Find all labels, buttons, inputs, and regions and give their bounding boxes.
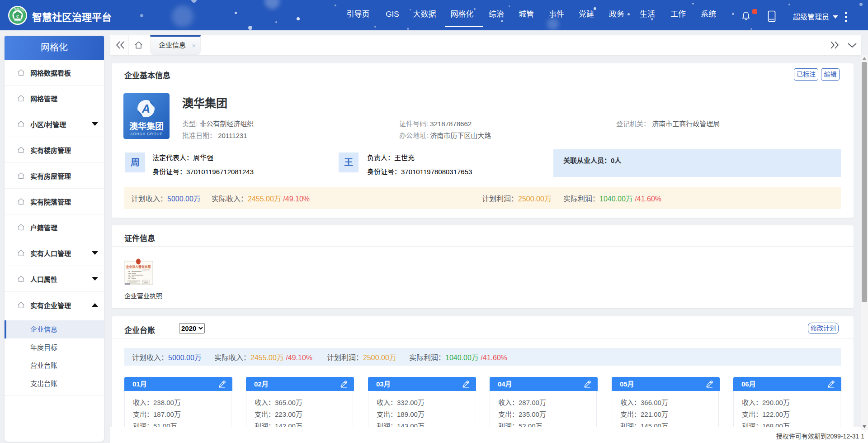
svg-text:e: e [16, 13, 19, 19]
svg-text:A: A [142, 102, 150, 115]
svg-text:澳华集团: 澳华集团 [129, 121, 164, 131]
svg-text:AOHUA GROUP: AOHUA GROUP [130, 132, 163, 136]
svg-text:企业法人营业执照: 企业法人营业执照 [126, 265, 151, 269]
